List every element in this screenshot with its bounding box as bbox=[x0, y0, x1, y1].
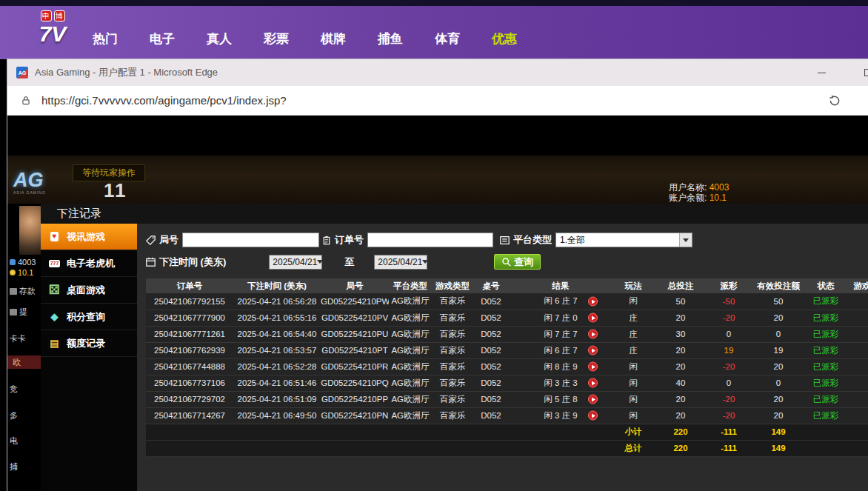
table-row: 2504210677629392025-04-21 06:53:57GD0522… bbox=[146, 342, 868, 358]
left-menu-item[interactable]: 4003 bbox=[10, 258, 36, 267]
balance-value: 10.1 bbox=[710, 193, 727, 203]
summary-cell: 小计 bbox=[612, 424, 654, 440]
left-menu-item[interactable]: 提 bbox=[10, 307, 27, 318]
modal-title: 下注记录 bbox=[41, 204, 868, 224]
left-menu-item[interactable]: 欧 bbox=[7, 355, 41, 369]
left-menu-item[interactable]: 竞 bbox=[10, 384, 18, 395]
replay-button[interactable] bbox=[588, 296, 598, 306]
page-content: AG ASIA GAMING 等待玩家操作 11 用户名称: 4003 账户余额… bbox=[7, 116, 868, 491]
replay-button[interactable] bbox=[588, 330, 598, 339]
summary-cell: 149 bbox=[750, 424, 807, 440]
table-cell: AG欧洲厅 bbox=[389, 293, 432, 310]
round-input[interactable] bbox=[182, 233, 319, 247]
left-menu-label: 卡卡 bbox=[10, 333, 26, 344]
status-cell: 已派彩 bbox=[807, 358, 845, 375]
left-menu-item[interactable]: 10.1 bbox=[10, 268, 33, 277]
nav-item[interactable]: 电子 bbox=[150, 30, 175, 47]
replay-button[interactable] bbox=[588, 378, 598, 388]
replay-button[interactable] bbox=[588, 411, 598, 421]
nav-item[interactable]: 真人 bbox=[207, 30, 232, 47]
table-cell: D052 bbox=[473, 391, 509, 407]
sidebar-item-label: 视讯游戏 bbox=[67, 230, 105, 244]
minimize-button[interactable] bbox=[806, 59, 837, 86]
column-header: 结果 bbox=[509, 278, 612, 293]
left-menu-label: 欧 bbox=[13, 357, 21, 368]
sidebar-item[interactable]: 额度记录 bbox=[41, 330, 137, 357]
reload-icon[interactable] bbox=[828, 94, 841, 107]
search-button[interactable]: 查询 bbox=[494, 254, 541, 270]
parent-window-strip bbox=[0, 0, 868, 6]
result-text: 闲 6 庄 7 bbox=[544, 296, 577, 305]
result-cell: 闲 7 庄 0 bbox=[509, 310, 612, 326]
table-cell: 百家乐 bbox=[432, 310, 473, 326]
nav-item[interactable]: 捕鱼 bbox=[378, 30, 403, 47]
platform-select[interactable]: 1.全部 bbox=[555, 233, 692, 247]
browser-titlebar[interactable]: AG Asia Gaming - 用户配置 1 - Microsoft Edge bbox=[7, 59, 868, 86]
search-button-label: 查询 bbox=[514, 255, 533, 269]
replay-button[interactable] bbox=[588, 362, 598, 372]
main-nav: 热门电子真人彩票棋牌捕鱼体育优惠 bbox=[93, 12, 517, 65]
table-cell bbox=[845, 358, 868, 375]
summary-cell: -111 bbox=[707, 424, 750, 440]
nav-item[interactable]: 热门 bbox=[93, 30, 118, 47]
replay-button[interactable] bbox=[588, 395, 598, 404]
left-menu-label: 竞 bbox=[10, 384, 18, 395]
table-cell: 2025-04-21 06:55:16 bbox=[233, 310, 321, 326]
table-cell: AG欧洲厅 bbox=[389, 391, 432, 407]
table-cell: 百家乐 bbox=[432, 375, 473, 391]
table-cell bbox=[845, 407, 868, 424]
sidebar-item-label: 电子老虎机 bbox=[67, 257, 115, 270]
replay-button[interactable] bbox=[588, 313, 598, 323]
window-title: Asia Gaming - 用户配置 1 - Microsoft Edge bbox=[35, 66, 218, 79]
left-menu-label: 提 bbox=[19, 307, 27, 318]
nav-item[interactable]: 棋牌 bbox=[321, 30, 346, 47]
left-menu-item[interactable]: 多 bbox=[10, 410, 18, 421]
cards-icon bbox=[47, 231, 61, 243]
payout-cell: -20 bbox=[707, 358, 750, 375]
site-logo[interactable]: 申 博 7V bbox=[30, 10, 76, 47]
date-from-picker[interactable]: 2025/04/21 bbox=[269, 255, 322, 270]
summary-cell bbox=[146, 440, 233, 456]
table-row: 2504210677142672025-04-21 06:49:50GD0522… bbox=[146, 407, 868, 424]
bet-records-modal: 下注记录 视讯游戏电子老虎机桌面游戏积分查询额度记录 局号 订单号 bbox=[41, 204, 868, 491]
replay-button[interactable] bbox=[588, 346, 598, 355]
platform-selected-value: 1.全部 bbox=[560, 234, 585, 247]
left-menu-item[interactable]: 捕 bbox=[10, 461, 18, 472]
nav-item[interactable]: 彩票 bbox=[264, 30, 289, 47]
browser-urlbar[interactable]: https://gci.7vvvvvv.com/agingame/pcv1/in… bbox=[7, 86, 868, 116]
summary-cell bbox=[146, 424, 233, 440]
time-label: 下注时间 (美东) bbox=[159, 255, 226, 269]
sidebar-item[interactable]: 视讯游戏 bbox=[41, 224, 137, 250]
table-cell: 40 bbox=[654, 375, 707, 391]
sidebar-item[interactable]: 电子老虎机 bbox=[41, 250, 137, 277]
nav-item[interactable]: 优惠 bbox=[492, 30, 517, 47]
table-cell: 250421067744888 bbox=[146, 358, 233, 375]
date-to-picker[interactable]: 2025/04/21 bbox=[374, 255, 427, 270]
url-text[interactable]: https://gci.7vvvvvv.com/agingame/pcv1/in… bbox=[41, 94, 287, 107]
table-cell: 2025-04-21 06:51:46 bbox=[233, 375, 321, 391]
lock-icon bbox=[21, 95, 31, 107]
summary-cell: 220 bbox=[654, 440, 707, 456]
sidebar-item[interactable]: 桌面游戏 bbox=[41, 277, 137, 304]
left-menu-item[interactable]: 电 bbox=[10, 435, 18, 447]
table-row: 2504210677297022025-04-21 06:51:09GD0522… bbox=[146, 391, 868, 407]
nav-item[interactable]: 体育 bbox=[435, 30, 460, 47]
table-cell: GD052254210PT bbox=[321, 342, 389, 358]
left-menu-item[interactable]: 存款 bbox=[10, 286, 36, 297]
table-row: 2504210677448882025-04-21 06:52:28GD0522… bbox=[146, 358, 868, 375]
maximize-button[interactable] bbox=[864, 69, 868, 76]
table-cell: 闲 bbox=[612, 358, 654, 375]
table-cell: 250421067737106 bbox=[146, 375, 233, 391]
left-menu-item[interactable]: 卡卡 bbox=[10, 333, 26, 344]
table-cell: 2025-04-21 06:53:57 bbox=[233, 342, 321, 358]
modal-body: 视讯游戏电子老虎机桌面游戏积分查询额度记录 局号 订单号 bbox=[41, 224, 868, 491]
summary-cell bbox=[389, 440, 432, 456]
table-cell: 闲 bbox=[612, 293, 654, 310]
sidebar-item[interactable]: 积分查询 bbox=[41, 304, 137, 330]
left-menu-label: 电 bbox=[10, 435, 18, 447]
date-dropdown-icon bbox=[422, 260, 428, 264]
table-cell: 20 bbox=[654, 342, 707, 358]
result-text: 闲 3 庄 9 bbox=[544, 411, 577, 420]
order-input[interactable] bbox=[367, 233, 493, 247]
result-cell: 闲 8 庄 9 bbox=[509, 358, 612, 375]
